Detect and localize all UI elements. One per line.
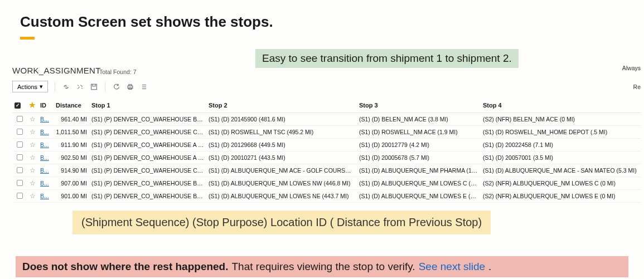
cell-stop4: (S1) (D) ROSWELL_NM_HOME DEPOT (.5 MI) xyxy=(481,126,641,139)
cell-distance: 902.50 MI xyxy=(54,151,89,164)
toolbar-separator xyxy=(55,82,55,92)
star-outline-icon[interactable]: ☆ xyxy=(30,154,36,161)
star-outline-icon[interactable]: ☆ xyxy=(30,141,36,149)
cell-stop1: (S1) (P) DENVER_CO_WAREHOUSE C (0 MI) xyxy=(89,126,206,139)
column-header-distance[interactable]: Distance xyxy=(54,97,89,113)
table-row[interactable]: ☆B...901.00 MI(S1) (P) DENVER_CO_WAREHOU… xyxy=(12,190,641,203)
table-row[interactable]: ☆B...902.50 MI(S1) (P) DENVER_CO_WAREHOU… xyxy=(12,151,641,164)
cell-distance: 961.40 MI xyxy=(54,113,89,126)
work-assignment-grid: ★ ID Distance Stop 1 Stop 2 Stop 3 Stop … xyxy=(12,97,641,203)
total-found-label: Total Found: 7 xyxy=(99,68,137,75)
grid-toolbar: Actions ▾ xyxy=(12,81,148,92)
cell-stop4: (S1) (D) 20057001 (3.5 MI) xyxy=(481,151,641,164)
cell-stop3: (S1) (D) ALBUQUERQUE_NM LOWES C (8.8 MI) xyxy=(357,177,481,190)
toolbar-separator xyxy=(105,82,105,92)
cell-stop2: (S1) (D) ALBUQUERQUE_NM ACE - GOLF COURS… xyxy=(206,164,357,177)
row-checkbox[interactable] xyxy=(17,129,23,135)
cell-stop1: (S1) (P) DENVER_CO_WAREHOUSE B (0 MI) xyxy=(89,190,206,203)
id-link[interactable]: B... xyxy=(40,154,49,161)
star-outline-icon[interactable]: ☆ xyxy=(30,192,36,200)
page-title: Custom Screen set shows the stops. xyxy=(20,13,273,31)
callout-warning-text: That requires viewing the stop to verify… xyxy=(232,261,415,273)
id-link[interactable]: B... xyxy=(40,141,49,148)
column-header-stop4[interactable]: Stop 4 xyxy=(481,97,641,113)
cell-stop3: (S1) (D) 20005678 (5.7 MI) xyxy=(357,151,481,164)
cell-distance: 911.90 MI xyxy=(54,139,89,151)
table-row[interactable]: ☆B...911.90 MI(S1) (P) DENVER_CO_WAREHOU… xyxy=(12,139,641,151)
id-link[interactable]: B... xyxy=(40,129,49,135)
column-header-stop2[interactable]: Stop 2 xyxy=(206,97,357,113)
cell-stop3: (S1) (D) 20012779 (4.2 MI) xyxy=(357,139,481,151)
cell-stop3: (S1) (D) ALBUQUERQUE_NM PHARMA (10.6 MI) xyxy=(357,164,481,177)
row-checkbox[interactable] xyxy=(17,193,23,199)
select-all-checkbox[interactable] xyxy=(14,102,21,109)
column-header-id[interactable]: ID xyxy=(38,97,54,113)
cell-stop1: (S1) (P) DENVER_CO_WAREHOUSE C (0 MI) xyxy=(89,164,206,177)
list-icon[interactable] xyxy=(140,83,148,91)
actions-button[interactable]: Actions ▾ xyxy=(12,81,48,92)
table-row[interactable]: ☆B...907.00 MI(S1) (P) DENVER_CO_WAREHOU… xyxy=(12,177,641,190)
row-checkbox[interactable] xyxy=(17,167,23,173)
refresh-icon[interactable] xyxy=(112,83,120,91)
callout-warning: Does not show where the rest happened. T… xyxy=(16,256,628,277)
row-checkbox[interactable] xyxy=(17,116,23,122)
row-checkbox[interactable] xyxy=(17,180,23,186)
title-underline xyxy=(20,37,35,40)
cell-stop1: (S1) (P) DENVER_CO_WAREHOUSE B (0 MI) xyxy=(89,177,206,190)
configure-icon[interactable] xyxy=(76,83,84,91)
column-header-stop3[interactable]: Stop 3 xyxy=(357,97,481,113)
cell-stop3: (S1) (D) ROSWELL_NM ACE (1.9 MI) xyxy=(357,126,481,139)
actions-button-label: Actions xyxy=(17,84,37,90)
row-checkbox[interactable] xyxy=(17,141,23,148)
cell-stop2: (S1) (D) ALBUQUERQUE_NM LOWES NE (443.7 … xyxy=(206,190,357,203)
star-outline-icon[interactable]: ☆ xyxy=(30,167,36,174)
table-row[interactable]: ☆B...914.90 MI(S1) (P) DENVER_CO_WAREHOU… xyxy=(12,164,641,177)
cell-stop4: (S2) (NFR) ALBUQUERQUE_NM LOWES C (0 MI) xyxy=(481,177,641,190)
id-link[interactable]: B... xyxy=(40,180,49,187)
star-outline-icon[interactable]: ☆ xyxy=(30,179,36,187)
column-header-checkbox[interactable] xyxy=(12,97,27,113)
cell-stop3: (S1) (D) ALBUQUERQUE_NM LOWES E (7.6 MI) xyxy=(357,190,481,203)
svg-rect-2 xyxy=(129,84,132,86)
screen-name-label: WORK_ASSIGNMENT xyxy=(12,66,101,75)
cell-distance: 907.00 MI xyxy=(54,177,89,190)
cell-stop2: (S1) (D) 20010271 (443.5 MI) xyxy=(206,151,357,164)
callout-warning-dot: . xyxy=(488,261,491,273)
cell-stop1: (S1) (P) DENVER_CO_WAREHOUSE B (0 MI) xyxy=(89,113,206,126)
cell-stop2: (S1) (D) 20129668 (449.5 MI) xyxy=(206,139,357,151)
cell-distance: 1,011.50 MI xyxy=(54,126,89,139)
id-link[interactable]: B... xyxy=(40,116,49,123)
cell-stop2: (S1) (D) 20145900 (481.6 MI) xyxy=(206,113,357,126)
callout-warning-bold: Does not show where the rest happened. xyxy=(22,261,229,273)
svg-rect-0 xyxy=(91,84,97,90)
cell-stop4: (S1) (D) ALBUQUERQUE_NM ACE - SAN MATEO … xyxy=(481,164,641,177)
star-outline-icon[interactable]: ☆ xyxy=(30,115,36,123)
cell-stop2: (S1) (D) ROSWELL_NM TSC (495.2 MI) xyxy=(206,126,357,139)
id-link[interactable]: B... xyxy=(40,193,49,199)
column-header-stop1[interactable]: Stop 1 xyxy=(89,97,206,113)
cell-stop4: (S2) (NFR) BELEN_NM ACE (0 MI) xyxy=(481,113,641,126)
cell-stop1: (S1) (P) DENVER_CO_WAREHOUSE A (0 MI) xyxy=(89,151,206,164)
partial-re-label: Re xyxy=(633,84,641,90)
save-icon[interactable] xyxy=(90,83,98,91)
star-icon: ★ xyxy=(29,101,36,109)
column-header-favorite[interactable]: ★ xyxy=(27,97,38,113)
id-link[interactable]: B... xyxy=(40,167,49,174)
print-icon[interactable] xyxy=(126,83,134,91)
star-outline-icon[interactable]: ☆ xyxy=(30,128,36,136)
row-checkbox[interactable] xyxy=(17,154,23,160)
cell-distance: 914.90 MI xyxy=(54,164,89,177)
link-icon[interactable] xyxy=(62,83,70,91)
always-label: Always xyxy=(622,65,641,71)
cell-distance: 901.00 MI xyxy=(54,190,89,203)
cell-stop4: (S1) (D) 20022458 (7.1 MI) xyxy=(481,139,641,151)
table-row[interactable]: ☆B...1,011.50 MI(S1) (P) DENVER_CO_WAREH… xyxy=(12,126,641,139)
cell-stop1: (S1) (P) DENVER_CO_WAREHOUSE A (0 MI) xyxy=(89,139,206,151)
callout-transition: Easy to see transition from shipment 1 t… xyxy=(255,49,519,68)
cell-stop2: (S1) (D) ALBUQUERQUE_NM LOWES NW (446.8 … xyxy=(206,177,357,190)
grid-header-row: ★ ID Distance Stop 1 Stop 2 Stop 3 Stop … xyxy=(12,97,641,113)
see-next-slide-link[interactable]: See next slide xyxy=(419,261,485,273)
callout-legend: (Shipment Sequence) (Stop Purpose) Locat… xyxy=(72,211,491,234)
caret-down-icon: ▾ xyxy=(40,83,43,90)
table-row[interactable]: ☆B...961.40 MI(S1) (P) DENVER_CO_WAREHOU… xyxy=(12,113,641,126)
